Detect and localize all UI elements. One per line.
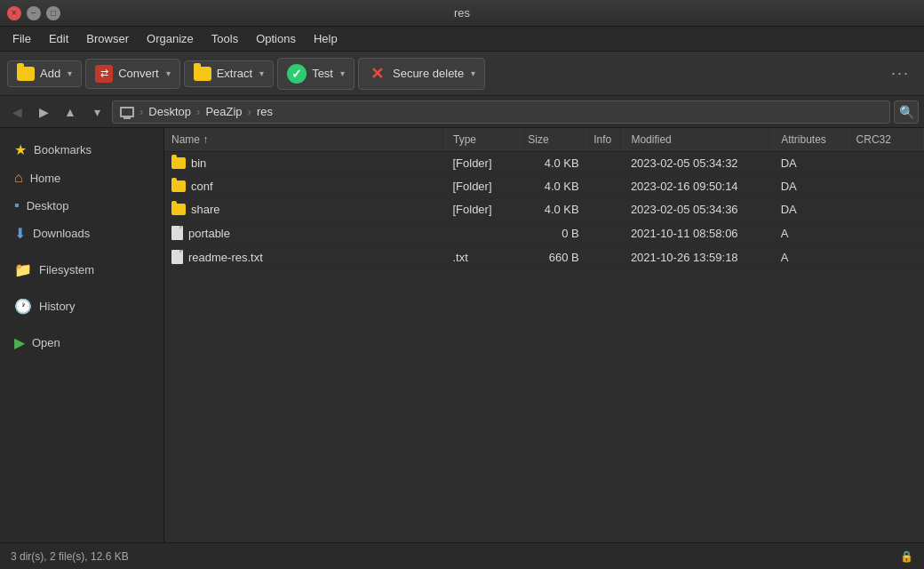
file-attributes: DA	[774, 175, 848, 198]
file-crc	[848, 245, 923, 269]
file-table: Name ↑ Type Size Info Modified Attribute…	[164, 128, 924, 269]
file-size: 660 B	[521, 245, 586, 269]
file-crc	[848, 198, 923, 221]
sidebar-label-open: Open	[32, 336, 60, 349]
forward-button[interactable]: ▶	[32, 100, 55, 124]
menu-browser[interactable]: Browser	[77, 28, 138, 49]
sidebar-item-downloads[interactable]: ⬇ Downloads	[4, 220, 160, 247]
menu-file[interactable]: File	[4, 28, 40, 49]
filesystem-icon: 📁	[14, 261, 32, 278]
breadcrumb-desktop[interactable]: Desktop	[148, 105, 191, 118]
up-button[interactable]: ▲	[59, 100, 82, 124]
sidebar-item-filesystem[interactable]: 📁 Filesystem	[4, 256, 160, 284]
col-header-type[interactable]: Type	[445, 128, 520, 152]
table-row[interactable]: readme-res.txt.txt660 B2021-10-26 13:59:…	[164, 245, 924, 269]
test-button[interactable]: ✓ Test ▾	[277, 58, 354, 90]
col-header-crc[interactable]: CRC32	[848, 128, 923, 152]
breadcrumb-res[interactable]: res	[257, 105, 273, 118]
sidebar-item-open[interactable]: ▶ Open	[4, 329, 160, 357]
sidebar-item-home[interactable]: ⌂ Home	[4, 164, 160, 191]
file-size: 0 B	[521, 221, 586, 245]
file-name-cell: share	[164, 198, 445, 221]
convert-button[interactable]: ⇄ Convert ▾	[85, 59, 180, 89]
sidebar-label-filesystem: Filesystem	[39, 263, 94, 276]
file-info	[586, 152, 624, 175]
sidebar-item-bookmarks[interactable]: ★ Bookmarks	[4, 136, 160, 164]
main-layout: ★ Bookmarks ⌂ Home ▪ Desktop ⬇ Downloads…	[0, 128, 924, 542]
menu-edit[interactable]: Edit	[40, 28, 77, 49]
extract-chevron: ▾	[259, 68, 264, 78]
col-header-modified[interactable]: Modified	[624, 128, 774, 152]
dropdown-button[interactable]: ▾	[85, 100, 108, 124]
add-button[interactable]: Add ▾	[7, 60, 82, 87]
sidebar-label-history: History	[39, 300, 75, 313]
navbar: ◀ ▶ ▲ ▾ › Desktop › PeaZip › res 🔍	[0, 96, 924, 128]
file-info	[586, 198, 624, 221]
file-type: .txt	[445, 245, 520, 269]
minimize-button[interactable]: −	[27, 6, 41, 20]
window-title: res	[454, 6, 470, 20]
search-icon: 🔍	[899, 105, 914, 119]
file-type	[445, 221, 520, 245]
file-size: 4.0 KB	[521, 152, 586, 175]
folder-icon	[171, 180, 186, 192]
table-row[interactable]: portable0 B2021-10-11 08:58:06A	[164, 221, 924, 245]
file-type: [Folder]	[445, 198, 520, 221]
table-header: Name ↑ Type Size Info Modified Attribute…	[164, 128, 924, 152]
file-name: share	[191, 203, 220, 216]
convert-chevron: ▾	[166, 68, 171, 78]
back-button[interactable]: ◀	[5, 100, 28, 124]
file-modified: 2021-10-26 13:59:18	[624, 245, 774, 269]
secure-delete-button[interactable]: ✕ Secure delete ▾	[358, 58, 485, 90]
secure-delete-label: Secure delete	[393, 67, 464, 80]
computer-icon	[120, 107, 134, 117]
folder-icon	[171, 157, 186, 169]
sidebar-label-downloads: Downloads	[33, 227, 90, 240]
menu-tools[interactable]: Tools	[203, 28, 247, 49]
file-name-cell: readme-res.txt	[164, 245, 445, 269]
menu-organize[interactable]: Organize	[138, 28, 203, 49]
more-options-button[interactable]: ···	[884, 60, 917, 86]
maximize-button[interactable]: □	[46, 6, 60, 20]
table-row[interactable]: bin[Folder]4.0 KB2023-02-05 05:34:32DA	[164, 152, 924, 175]
open-icon: ▶	[14, 334, 25, 351]
file-name: readme-res.txt	[188, 251, 263, 264]
col-header-info[interactable]: Info	[586, 128, 624, 152]
extract-button[interactable]: Extract ▾	[184, 60, 274, 87]
file-type: [Folder]	[445, 152, 520, 175]
col-header-attrs[interactable]: Attributes	[774, 128, 848, 152]
home-icon: ⌂	[14, 170, 23, 186]
window-controls[interactable]: × − □	[7, 6, 60, 20]
file-crc	[848, 152, 923, 175]
file-attributes: DA	[774, 198, 848, 221]
menu-help[interactable]: Help	[305, 28, 346, 49]
sidebar-item-desktop[interactable]: ▪ Desktop	[4, 192, 160, 219]
toolbar: Add ▾ ⇄ Convert ▾ Extract ▾ ✓ Test ▾ ✕ S…	[0, 52, 924, 96]
col-header-name[interactable]: Name ↑	[164, 128, 445, 152]
search-button[interactable]: 🔍	[894, 100, 919, 124]
col-header-size[interactable]: Size	[521, 128, 586, 152]
close-button[interactable]: ×	[7, 6, 21, 20]
file-modified: 2021-10-11 08:58:06	[624, 221, 774, 245]
table-row[interactable]: share[Folder]4.0 KB2023-02-05 05:34:36DA	[164, 198, 924, 221]
menu-options[interactable]: Options	[247, 28, 305, 49]
file-crc	[848, 175, 923, 198]
secure-delete-icon: ✕	[368, 64, 387, 84]
breadcrumb-peazip[interactable]: PeaZip	[205, 105, 242, 118]
add-chevron: ▾	[68, 68, 72, 78]
file-name: bin	[191, 156, 206, 170]
file-name: portable	[188, 227, 230, 240]
sidebar-item-history[interactable]: 🕐 History	[4, 293, 160, 320]
file-attributes: A	[774, 221, 848, 245]
secure-delete-chevron: ▾	[471, 68, 475, 78]
file-name-cell: bin	[164, 152, 445, 175]
desktop-icon: ▪	[14, 197, 20, 213]
table-row[interactable]: conf[Folder]4.0 KB2023-02-16 09:50:14DA	[164, 175, 924, 198]
sidebar-label-home: Home	[30, 172, 61, 185]
file-attributes: DA	[774, 152, 848, 175]
file-type: [Folder]	[445, 175, 520, 198]
history-icon: 🕐	[14, 298, 32, 315]
file-icon	[171, 250, 183, 264]
address-bar[interactable]: › Desktop › PeaZip › res	[112, 100, 890, 124]
file-name: conf	[191, 180, 213, 193]
